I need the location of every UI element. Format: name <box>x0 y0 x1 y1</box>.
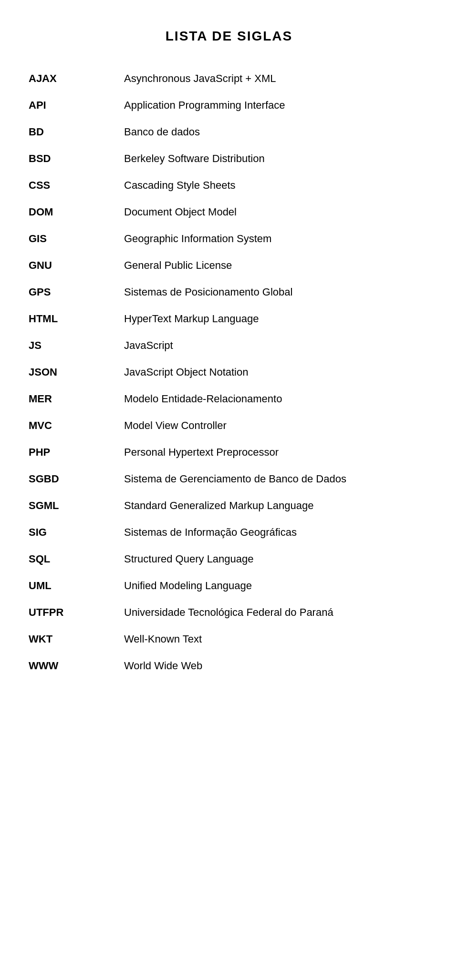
acronym-full: Personal Hypertext Preprocessor <box>124 446 429 459</box>
acronym-row: SIGSistemas de Informação Geográficas <box>29 526 429 539</box>
acronym-full: Document Object Model <box>124 206 429 218</box>
acronym-full: Well-Known Text <box>124 633 429 645</box>
acronym-row: CSSCascading Style Sheets <box>29 179 429 192</box>
acronym-abbr: WWW <box>29 660 124 672</box>
acronym-full: Asynchronous JavaScript + XML <box>124 72 429 85</box>
acronym-abbr: BD <box>29 126 124 138</box>
acronym-row: PHPPersonal Hypertext Preprocessor <box>29 446 429 459</box>
acronym-full: Sistemas de Posicionamento Global <box>124 286 429 298</box>
acronym-row: SQLStructured Query Language <box>29 553 429 565</box>
acronym-abbr: HTML <box>29 313 124 325</box>
acronym-row: BSDBerkeley Software Distribution <box>29 153 429 165</box>
acronym-abbr: UML <box>29 580 124 592</box>
acronym-full: Application Programming Interface <box>124 99 429 112</box>
acronym-row: WKTWell-Known Text <box>29 633 429 645</box>
acronym-full: Sistema de Gerenciamento de Banco de Dad… <box>124 473 429 485</box>
acronym-full: Berkeley Software Distribution <box>124 153 429 165</box>
acronym-full: Modelo Entidade-Relacionamento <box>124 393 429 405</box>
acronym-abbr: JSON <box>29 366 124 378</box>
acronym-row: HTMLHyperText Markup Language <box>29 313 429 325</box>
acronym-full: Banco de dados <box>124 126 429 138</box>
acronym-row: APIApplication Programming Interface <box>29 99 429 112</box>
acronym-row: UMLUnified Modeling Language <box>29 580 429 592</box>
acronym-abbr: MER <box>29 393 124 405</box>
acronym-row: MVCModel View Controller <box>29 419 429 432</box>
acronym-row: GNUGeneral Public License <box>29 259 429 272</box>
acronym-full: Structured Query Language <box>124 553 429 565</box>
acronym-row: SGMLStandard Generalized Markup Language <box>29 500 429 512</box>
acronym-row: DOMDocument Object Model <box>29 206 429 218</box>
acronym-abbr: AJAX <box>29 72 124 85</box>
acronym-row: SGBDSistema de Gerenciamento de Banco de… <box>29 473 429 485</box>
acronym-list: AJAXAsynchronous JavaScript + XMLAPIAppl… <box>29 72 429 672</box>
acronym-row: WWWWorld Wide Web <box>29 660 429 672</box>
acronym-abbr: MVC <box>29 419 124 432</box>
acronym-abbr: SIG <box>29 526 124 539</box>
acronym-abbr: API <box>29 99 124 112</box>
acronym-full: Geographic Information System <box>124 233 429 245</box>
acronym-row: JSONJavaScript Object Notation <box>29 366 429 378</box>
acronym-abbr: BSD <box>29 153 124 165</box>
acronym-abbr: GIS <box>29 233 124 245</box>
acronym-full: Standard Generalized Markup Language <box>124 500 429 512</box>
acronym-full: Cascading Style Sheets <box>124 179 429 192</box>
acronym-row: AJAXAsynchronous JavaScript + XML <box>29 72 429 85</box>
acronym-row: JSJavaScript <box>29 339 429 352</box>
acronym-full: Model View Controller <box>124 419 429 432</box>
acronym-row: MERModelo Entidade-Relacionamento <box>29 393 429 405</box>
acronym-abbr: GNU <box>29 259 124 272</box>
acronym-row: GISGeographic Information System <box>29 233 429 245</box>
acronym-row: UTFPRUniversidade Tecnológica Federal do… <box>29 606 429 619</box>
acronym-abbr: DOM <box>29 206 124 218</box>
acronym-full: Unified Modeling Language <box>124 580 429 592</box>
acronym-abbr: JS <box>29 339 124 352</box>
page-title: LISTA DE SIGLAS <box>29 29 429 44</box>
acronym-abbr: UTFPR <box>29 606 124 619</box>
acronym-full: HyperText Markup Language <box>124 313 429 325</box>
acronym-full: Universidade Tecnológica Federal do Para… <box>124 606 429 619</box>
acronym-abbr: SGML <box>29 500 124 512</box>
acronym-abbr: PHP <box>29 446 124 459</box>
acronym-full: World Wide Web <box>124 660 429 672</box>
acronym-row: BDBanco de dados <box>29 126 429 138</box>
acronym-abbr: SGBD <box>29 473 124 485</box>
acronym-abbr: SQL <box>29 553 124 565</box>
acronym-full: Sistemas de Informação Geográficas <box>124 526 429 539</box>
acronym-abbr: GPS <box>29 286 124 298</box>
acronym-full: JavaScript <box>124 339 429 352</box>
acronym-full: JavaScript Object Notation <box>124 366 429 378</box>
acronym-abbr: WKT <box>29 633 124 645</box>
acronym-row: GPSSistemas de Posicionamento Global <box>29 286 429 298</box>
acronym-full: General Public License <box>124 259 429 272</box>
acronym-abbr: CSS <box>29 179 124 192</box>
